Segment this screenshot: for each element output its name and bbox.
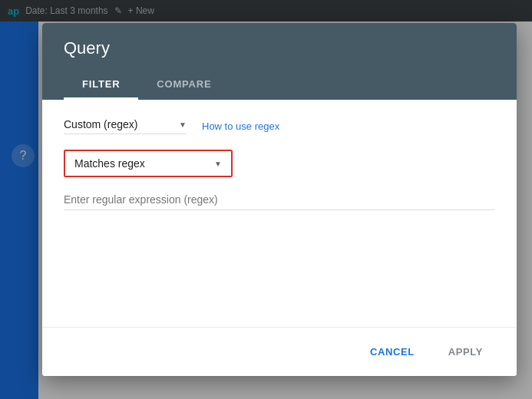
how-to-regex-link[interactable]: How to use regex: [202, 120, 279, 132]
query-modal: Query FILTER COMPARE Custom (regex) ▼ Ho…: [42, 23, 517, 376]
regex-input-wrapper: [64, 193, 495, 210]
filter-type-dropdown[interactable]: Custom (regex) ▼: [64, 118, 187, 134]
modal-body: Custom (regex) ▼ How to use regex Matche…: [42, 100, 517, 327]
regex-input[interactable]: [64, 193, 495, 206]
condition-arrow-icon: ▼: [214, 160, 222, 168]
filter-type-label: Custom (regex): [64, 118, 173, 130]
filter-type-arrow-icon: ▼: [179, 120, 187, 129]
cancel-button[interactable]: CANCEL: [358, 340, 427, 364]
tab-compare[interactable]: COMPARE: [138, 71, 230, 100]
apply-button[interactable]: APPLY: [436, 340, 495, 364]
modal-title: Query: [64, 38, 495, 58]
condition-dropdown[interactable]: Matches regex ▼: [64, 150, 233, 177]
condition-label: Matches regex: [74, 157, 208, 170]
modal-footer: CANCEL APPLY: [42, 327, 517, 376]
filter-type-row: Custom (regex) ▼ How to use regex: [64, 118, 495, 134]
tab-filter[interactable]: FILTER: [64, 71, 138, 100]
modal-header: Query FILTER COMPARE: [42, 23, 517, 100]
modal-tabs: FILTER COMPARE: [64, 71, 495, 100]
